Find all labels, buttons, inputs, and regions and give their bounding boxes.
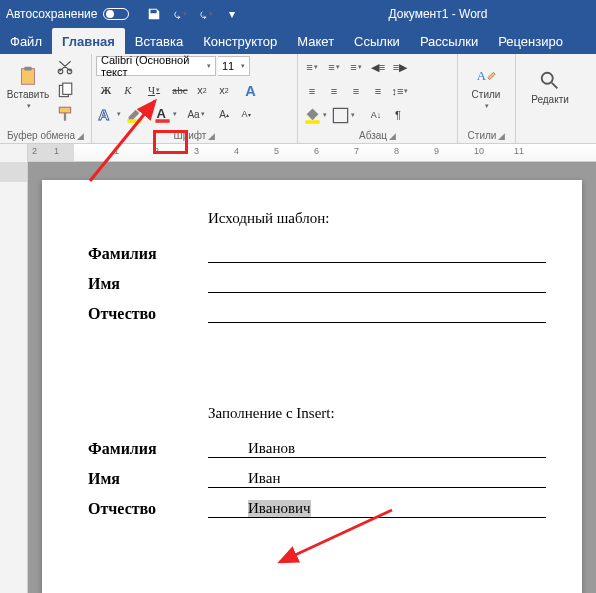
shading-button[interactable]: ▾	[302, 105, 328, 125]
label-firstname: Имя	[88, 470, 208, 488]
copy-icon[interactable]	[55, 81, 75, 101]
tab-review[interactable]: Рецензиро	[488, 28, 573, 54]
tab-insert[interactable]: Вставка	[125, 28, 193, 54]
title-bar: Автосохранение ▾ ▾ ▾ Документ1 - Word	[0, 0, 596, 28]
text-effects-button[interactable]: A	[242, 80, 262, 100]
cut-icon[interactable]	[55, 58, 75, 78]
svg-text:A: A	[245, 83, 256, 99]
document-page[interactable]: Исходный шаблон: Фамилия Имя Отчество За…	[42, 180, 582, 593]
svg-rect-1	[24, 66, 31, 70]
row-patronymic-1: Отчество	[88, 305, 546, 323]
dialog-launcher-icon[interactable]: ◢	[498, 131, 505, 141]
dialog-launcher-icon[interactable]: ◢	[77, 131, 84, 141]
row-lastname-2: Фамилия Иванов	[88, 440, 546, 458]
align-center-button[interactable]: ≡	[324, 81, 344, 101]
svg-rect-0	[22, 68, 35, 84]
group-styles: A Стили ▾ Стили◢	[458, 54, 516, 143]
label-firstname: Имя	[88, 275, 208, 293]
ribbon: Вставить ▾ Буфер обмена◢ Calibri (Основн…	[0, 54, 596, 144]
numbering-button[interactable]: ≡▾	[324, 57, 344, 77]
dialog-launcher-icon[interactable]: ◢	[208, 131, 215, 141]
label-lastname: Фамилия	[88, 245, 208, 263]
styles-button[interactable]: A Стили ▾	[462, 56, 510, 118]
horizontal-ruler[interactable]: 2 1 1 2 3 4 5 6 7 8 9 10 11	[0, 144, 596, 162]
paste-label: Вставить	[7, 89, 49, 100]
highlight-button[interactable]: ▾	[124, 104, 150, 124]
tab-home[interactable]: Главная	[52, 28, 125, 54]
svg-rect-8	[127, 119, 141, 123]
align-right-button[interactable]: ≡	[346, 81, 366, 101]
line-patronymic-2[interactable]: Иванович	[208, 500, 546, 518]
row-firstname-2: Имя Иван	[88, 470, 546, 488]
strike-button[interactable]: abc	[170, 80, 190, 100]
align-left-button[interactable]: ≡	[302, 81, 322, 101]
paste-button[interactable]: Вставить ▾	[4, 56, 52, 118]
group-clipboard-label: Буфер обмена	[7, 130, 75, 141]
format-painter-icon[interactable]	[55, 104, 75, 124]
svg-text:A: A	[98, 106, 109, 123]
qat-customize-icon[interactable]: ▾	[225, 7, 239, 21]
increase-indent-button[interactable]: ≡▶	[390, 57, 410, 77]
label-patronymic: Отчество	[88, 305, 208, 323]
doc-heading-2: Заполнение с Insert:	[208, 405, 546, 422]
sort-button[interactable]: A↓	[366, 105, 386, 125]
svg-text:A: A	[157, 106, 167, 121]
bold-button[interactable]: Ж	[96, 80, 116, 100]
line-lastname-2[interactable]: Иванов	[208, 440, 546, 458]
svg-rect-5	[64, 113, 66, 121]
line-patronymic-1[interactable]	[208, 305, 546, 323]
undo-icon[interactable]: ▾	[173, 7, 187, 21]
group-clipboard: Вставить ▾ Буфер обмена◢	[0, 54, 92, 143]
italic-button[interactable]: К	[118, 80, 138, 100]
tab-mailings[interactable]: Рассылки	[410, 28, 488, 54]
svg-rect-12	[333, 108, 347, 122]
font-size-select[interactable]: 11▾	[218, 56, 250, 76]
tab-file[interactable]: Файл	[0, 28, 52, 54]
value-lastname: Иванов	[248, 440, 295, 457]
label-patronymic: Отчество	[88, 500, 208, 518]
doc-heading-1: Исходный шаблон:	[208, 210, 546, 227]
svg-rect-4	[59, 107, 70, 113]
redo-icon[interactable]: ▾	[199, 7, 213, 21]
autosave[interactable]: Автосохранение	[6, 7, 129, 21]
tab-layout[interactable]: Макет	[287, 28, 344, 54]
justify-button[interactable]: ≡	[368, 81, 388, 101]
tab-references[interactable]: Ссылки	[344, 28, 410, 54]
group-paragraph-label: Абзац	[359, 130, 387, 141]
text-outline-button[interactable]: A▾	[96, 104, 122, 124]
group-font: Calibri (Основной текст▾ 11▾ Ж К Ч▾ abc …	[92, 54, 298, 143]
font-color-button[interactable]: A▾	[152, 104, 178, 124]
multilevel-button[interactable]: ≡▾	[346, 57, 366, 77]
editor-area: Исходный шаблон: Фамилия Имя Отчество За…	[0, 162, 596, 593]
change-case-button[interactable]: Aa▾	[186, 104, 206, 124]
group-paragraph: ≡▾ ≡▾ ≡▾ ◀≡ ≡▶ ≡ ≡ ≡ ≡ ↕≡▾ ▾ ▾ A↓ ¶ Абза…	[298, 54, 458, 143]
row-lastname-1: Фамилия	[88, 245, 546, 263]
styles-label: Стили	[472, 89, 501, 100]
shrink-font-button[interactable]: A▾	[236, 104, 256, 124]
decrease-indent-button[interactable]: ◀≡	[368, 57, 388, 77]
chevron-down-icon: ▾	[27, 102, 31, 110]
chevron-down-icon: ▾	[485, 102, 489, 110]
borders-button[interactable]: ▾	[330, 105, 356, 125]
editing-button[interactable]: Редакти	[520, 56, 580, 118]
row-firstname-1: Имя	[88, 275, 546, 293]
line-spacing-button[interactable]: ↕≡▾	[390, 81, 410, 101]
ruler-corner	[0, 144, 28, 162]
ribbon-tabs: Файл Главная Вставка Конструктор Макет С…	[0, 28, 596, 54]
grow-font-button[interactable]: A▴	[214, 104, 234, 124]
superscript-button[interactable]: x2	[214, 80, 234, 100]
show-marks-button[interactable]: ¶	[388, 105, 408, 125]
autosave-toggle[interactable]	[103, 8, 129, 20]
save-icon[interactable]	[147, 7, 161, 21]
font-name-select[interactable]: Calibri (Основной текст▾	[96, 56, 216, 76]
tab-design[interactable]: Конструктор	[193, 28, 287, 54]
underline-button[interactable]: Ч▾	[140, 80, 168, 100]
line-lastname-1[interactable]	[208, 245, 546, 263]
bullets-button[interactable]: ≡▾	[302, 57, 322, 77]
dialog-launcher-icon[interactable]: ◢	[389, 131, 396, 141]
vertical-ruler[interactable]	[0, 162, 28, 593]
line-firstname-2[interactable]: Иван	[208, 470, 546, 488]
subscript-button[interactable]: x2	[192, 80, 212, 100]
line-firstname-1[interactable]	[208, 275, 546, 293]
ruler-scale: 2 1 1 2 3 4 5 6 7 8 9 10 11	[28, 144, 596, 161]
